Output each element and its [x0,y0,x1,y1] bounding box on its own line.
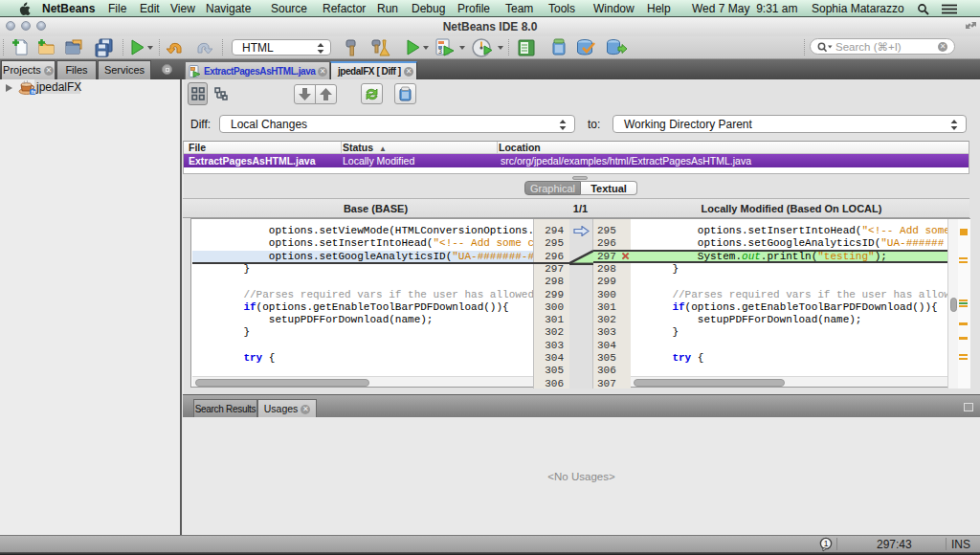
svg-text:3: 3 [438,48,442,55]
svg-text:1: 1 [824,539,829,548]
